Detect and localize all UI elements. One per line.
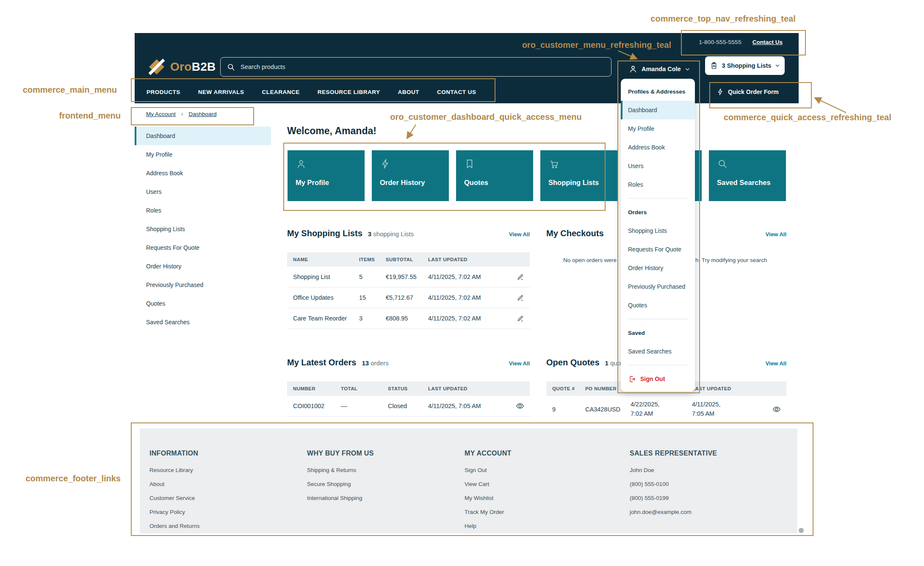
frontend-menu-sidebar: Dashboard My Profile Address Book Users … [135, 127, 271, 331]
footer-link-about[interactable]: About [149, 477, 200, 491]
nav-resource-library[interactable]: RESOURCE LIBRARY [318, 89, 380, 95]
table-header-row: NAME ITEMS SUBTOTAL LAST UPDATED [287, 252, 530, 267]
sidebar-item-dashboard[interactable]: Dashboard [135, 127, 271, 145]
footer-link-resource-library[interactable]: Resource Library [149, 463, 200, 477]
edit-icon[interactable] [516, 273, 525, 281]
footer-link-international-shipping[interactable]: International Shipping [307, 491, 374, 505]
sidebar-item-requests-for-quote[interactable]: Requests For Quote [135, 238, 271, 257]
quick-access-tile-my-profile[interactable]: My Profile [288, 150, 365, 201]
no-open-orders-text: h. Try modifying your search [695, 257, 767, 263]
dropdown-item-requests-for-quote[interactable]: Requests For Quote [621, 240, 695, 259]
footer-link-privacy-policy[interactable]: Privacy Policy [149, 505, 200, 519]
sidebar-item-previously-purchased[interactable]: Previously Purchased [135, 276, 271, 294]
nav-new-arrivals[interactable]: NEW ARRIVALS [198, 89, 244, 95]
view-icon[interactable] [515, 401, 525, 411]
edit-icon[interactable] [516, 314, 525, 323]
footer-column-why-buy: WHY BUY FROM US Shipping & Returns Secur… [307, 450, 374, 505]
site-header: 1-800-555-5555 Contact Us OroB2B [135, 33, 799, 103]
sidebar-item-roles[interactable]: Roles [135, 201, 271, 220]
footer-link-secure-shopping[interactable]: Secure Shopping [307, 477, 374, 491]
orob2b-logo[interactable]: OroB2B [148, 57, 216, 77]
footer-link-help[interactable]: Help [465, 519, 512, 533]
table-row[interactable]: Care Team Reorder 3 €808.95 4/11/2025, 7… [287, 308, 530, 329]
customer-user-menu-button[interactable]: Amanda Cole [628, 61, 690, 77]
footer-link-track-my-order[interactable]: Track My Order [465, 505, 512, 519]
sidebar-item-quotes[interactable]: Quotes [135, 294, 271, 313]
sales-rep-phone-2: (800) 555-0199 [630, 491, 717, 505]
dropdown-item-order-history[interactable]: Order History [621, 259, 695, 277]
sign-out-icon [628, 375, 636, 383]
sidebar-item-shopping-lists[interactable]: Shopping Lists [135, 220, 271, 238]
dropdown-item-quotes[interactable]: Quotes [621, 296, 695, 315]
footer-link-orders-and-returns[interactable]: Orders and Returns [149, 519, 200, 533]
customer-user-dropdown: Profiles & Addresses Dashboard My Profil… [621, 79, 695, 392]
quick-order-form-button[interactable]: Quick Order Form [717, 80, 779, 103]
user-icon [628, 64, 638, 74]
dropdown-divider [628, 198, 688, 199]
footer-link-sign-out[interactable]: Sign Out [465, 463, 512, 477]
nav-about[interactable]: ABOUT [398, 89, 420, 95]
footer-link-shipping-returns[interactable]: Shipping & Returns [307, 463, 374, 477]
edit-icon[interactable] [516, 293, 525, 302]
dropdown-item-saved-searches[interactable]: Saved Searches [621, 342, 695, 361]
product-search[interactable] [220, 57, 611, 77]
breadcrumb-my-account[interactable]: My Account [146, 111, 176, 117]
shopping-lists-table: NAME ITEMS SUBTOTAL LAST UPDATED Shoppin… [287, 252, 530, 329]
dropdown-group-profiles-addresses: Profiles & Addresses [621, 82, 695, 101]
panel-title: My Shopping Lists [287, 229, 362, 238]
dropdown-item-shopping-lists[interactable]: Shopping Lists [621, 221, 695, 240]
quick-access-tiles: My Profile Order History Quotes Shopping… [288, 150, 786, 201]
quick-access-tile-order-history[interactable]: Order History [372, 150, 449, 201]
scrollbar-thumb[interactable] [799, 528, 804, 533]
dropdown-item-previously-purchased[interactable]: Previously Purchased [621, 277, 695, 296]
phone-number: 1-800-555-5555 [699, 39, 741, 45]
breadcrumb-dashboard[interactable]: Dashboard [188, 111, 216, 117]
latest-orders-table: NUMBER TOTAL STATUS LAST UPDATED COI0010… [287, 381, 530, 417]
view-all-link[interactable]: View All [509, 360, 530, 367]
chevron-down-icon [775, 63, 780, 68]
nav-contact-us[interactable]: CONTACT US [437, 89, 476, 95]
annotation-label-footer-links: commerce_footer_links [11, 474, 121, 483]
sidebar-item-users[interactable]: Users [135, 182, 271, 201]
footer-link-my-wishlist[interactable]: My Wishlist [465, 491, 512, 505]
table-row[interactable]: Shopping List 5 €19,957.55 4/11/2025, 7:… [287, 267, 530, 287]
logo-text: OroB2B [170, 60, 216, 74]
table-row[interactable]: Office Updates 15 €5,712.67 4/11/2025, 7… [287, 287, 530, 308]
footer-link-customer-service[interactable]: Customer Service [149, 491, 200, 505]
quick-access-tile-quotes[interactable]: Quotes [456, 150, 533, 201]
dropdown-item-users[interactable]: Users [621, 157, 695, 175]
footer-link-view-cart[interactable]: View Cart [465, 477, 512, 491]
lightning-icon [380, 158, 449, 169]
dropdown-item-my-profile[interactable]: My Profile [621, 119, 695, 138]
sign-out-item[interactable]: Sign Out [621, 370, 695, 388]
dropdown-item-roles[interactable]: Roles [621, 175, 695, 194]
sidebar-item-address-book[interactable]: Address Book [135, 164, 271, 182]
table-row[interactable]: COI001002 — Closed 4/11/2025, 7:05 AM [287, 396, 530, 417]
shopping-lists-button[interactable]: 3 Shopping Lists [705, 56, 785, 75]
footer-column-my-account: MY ACCOUNT Sign Out View Cart My Wishlis… [465, 450, 512, 533]
footer-column-title: MY ACCOUNT [465, 450, 512, 457]
dropdown-item-address-book[interactable]: Address Book [621, 138, 695, 157]
nav-clearance[interactable]: CLEARANCE [262, 89, 300, 95]
search-input[interactable] [240, 63, 605, 71]
dropdown-item-dashboard[interactable]: Dashboard [621, 101, 695, 119]
sidebar-item-order-history[interactable]: Order History [135, 257, 271, 276]
sidebar-item-my-profile[interactable]: My Profile [135, 145, 271, 164]
quick-access-tile-shopping-lists[interactable]: Shopping Lists [540, 150, 617, 201]
view-all-link[interactable]: View All [509, 231, 530, 237]
dropdown-group-saved: Saved [621, 323, 695, 342]
view-all-link[interactable]: View All [766, 231, 786, 237]
view-all-link[interactable]: View All [766, 360, 786, 367]
quick-access-tile-saved-searches[interactable]: Saved Searches [709, 150, 786, 201]
shopping-lists-label: 3 Shopping Lists [722, 62, 772, 69]
table-row[interactable]: 9 CA3428USD 4/22/2025, 7:02 AM 4/11/2025… [546, 396, 786, 423]
sidebar-item-saved-searches[interactable]: Saved Searches [135, 313, 271, 331]
nav-products[interactable]: PRODUCTS [147, 89, 180, 95]
contact-us-link[interactable]: Contact Us [752, 39, 783, 45]
panel-title: My Latest Orders [287, 358, 356, 367]
search-icon [717, 158, 786, 169]
annotation-label-customer-menu: oro_customer_menu_refreshing_teal [487, 40, 671, 50]
user-name: Amanda Cole [642, 66, 681, 72]
view-icon[interactable] [772, 405, 781, 414]
orob2b-dashboard-page: 1-800-555-5555 Contact Us OroB2B [0, 0, 924, 566]
